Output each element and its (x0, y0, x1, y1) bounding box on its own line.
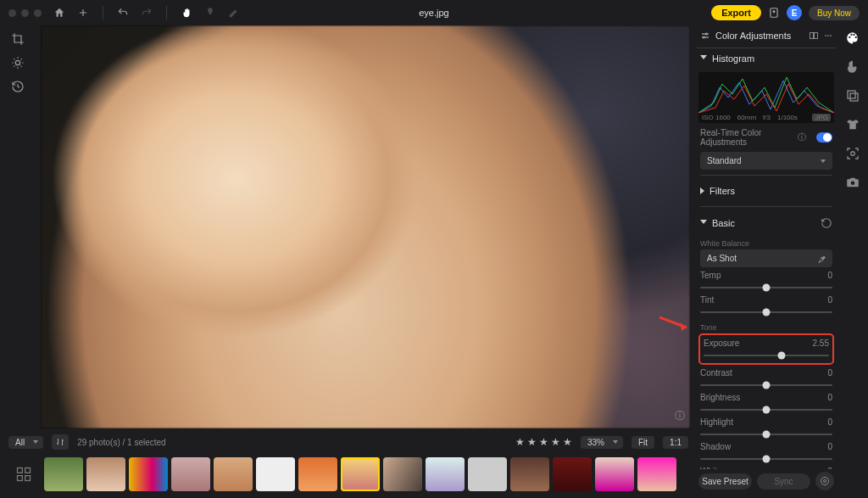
histogram-display: ISO 1600 60mm f/3 1/100s JPG (698, 72, 834, 123)
thumbnail[interactable] (468, 457, 507, 491)
filmstrip-controls: All 29 photo(s) / 1 selected ★★★★★ 33% F… (7, 432, 690, 452)
export-button[interactable]: Export (711, 5, 761, 20)
batch-icon[interactable] (768, 7, 780, 19)
slider-label: Contrast (700, 368, 732, 378)
help-icon[interactable]: ⓘ (798, 131, 806, 143)
rating-stars[interactable]: ★★★★★ (515, 436, 572, 448)
slider-label: Temp (700, 271, 721, 280)
iso-label: ISO 1600 (702, 114, 731, 121)
thumbnail[interactable] (298, 457, 337, 491)
thumbnail[interactable] (510, 457, 549, 491)
exposure-slider[interactable]: Exposure2.55 (704, 339, 829, 361)
svg-rect-5 (25, 476, 31, 481)
slider-value: 0 (827, 271, 832, 280)
top-bar: eye.jpg Export E Buy Now (0, 0, 868, 25)
save-preset-button[interactable]: Save Preset (698, 473, 752, 490)
histogram-label: Histogram (712, 53, 754, 64)
sun-adjust-icon[interactable] (11, 56, 25, 70)
buy-now-button[interactable]: Buy Now (809, 6, 860, 20)
compare-icon[interactable] (809, 31, 819, 41)
user-avatar[interactable]: E (787, 5, 802, 20)
sliders-icon (700, 31, 710, 41)
fit-button[interactable]: Fit (632, 436, 654, 449)
edit-icon[interactable] (228, 7, 240, 19)
reset-icon[interactable] (821, 217, 832, 229)
grid-view-icon[interactable] (7, 457, 41, 491)
thumbnail-selected[interactable] (341, 457, 380, 491)
crop-tool-icon[interactable] (11, 32, 25, 46)
highlight-slider[interactable]: Highlight0 (697, 416, 836, 440)
camera-icon[interactable] (845, 175, 860, 190)
star-icon[interactable]: ★ (515, 436, 525, 448)
filter-dropdown[interactable]: All (8, 436, 43, 449)
image-canvas[interactable]: ⓘ (41, 25, 690, 428)
add-icon[interactable] (77, 7, 89, 19)
realtime-toggle[interactable] (816, 132, 832, 143)
info-icon[interactable]: ⓘ (675, 409, 685, 423)
thumbnail[interactable] (129, 457, 168, 491)
filters-header[interactable]: Filters (697, 181, 836, 201)
traffic-dot (8, 9, 16, 17)
slider-label: Shadow (700, 442, 731, 451)
focus-icon[interactable] (845, 146, 860, 161)
top-tool-group (53, 6, 240, 20)
eyedropper-icon[interactable] (815, 249, 827, 267)
finger-icon[interactable] (845, 59, 860, 75)
svg-point-18 (851, 182, 855, 186)
traffic-dot (34, 9, 42, 17)
thumbnail[interactable] (383, 457, 422, 491)
contrast-slider[interactable]: Contrast0 (697, 367, 836, 391)
fstop-label: f/3 (763, 114, 771, 121)
basic-header[interactable]: Basic (697, 212, 836, 234)
tshirt-icon[interactable] (845, 117, 860, 132)
thumbnail[interactable] (44, 457, 83, 491)
redo-icon[interactable] (141, 7, 153, 19)
thumbnail[interactable] (171, 457, 210, 491)
svg-rect-2 (18, 468, 23, 473)
hand-tool-icon[interactable] (181, 7, 192, 19)
history-icon[interactable] (11, 80, 25, 93)
brightness-slider[interactable]: Brightness0 (697, 391, 836, 416)
slider-value: 2.55 (813, 339, 829, 348)
thumbnail[interactable] (595, 457, 634, 491)
temp-slider[interactable]: Temp0 (697, 269, 836, 294)
pin-icon[interactable] (204, 7, 216, 19)
preset-select[interactable]: Standard (700, 152, 832, 170)
thumbnail[interactable] (214, 457, 253, 491)
thumbnail[interactable] (553, 457, 592, 491)
more-icon[interactable] (824, 31, 832, 40)
realtime-label: Real-Time Color Adjustments (700, 128, 793, 147)
separator (103, 6, 103, 20)
zoom-dropdown[interactable]: 33% (581, 436, 623, 449)
star-icon[interactable]: ★ (551, 436, 560, 448)
slider-label: Exposure (704, 339, 739, 348)
sort-button[interactable] (52, 434, 69, 450)
sync-button[interactable]: Sync (757, 473, 810, 490)
thumbnail[interactable] (426, 457, 465, 491)
home-icon[interactable] (53, 7, 65, 19)
tint-slider[interactable]: Tint0 (697, 294, 836, 318)
star-icon[interactable]: ★ (539, 436, 548, 448)
layers-icon[interactable] (845, 88, 860, 104)
basic-label: Basic (712, 218, 735, 228)
histogram-header[interactable]: Histogram (697, 48, 836, 69)
shadow-slider[interactable]: Shadow0 (697, 440, 836, 465)
star-icon[interactable]: ★ (563, 436, 572, 448)
palette-icon[interactable] (845, 31, 860, 46)
white-balance-select[interactable]: As Shot (700, 249, 832, 267)
divider (700, 175, 832, 176)
svg-point-14 (821, 478, 829, 485)
photo-count-label: 29 photo(s) / 1 selected (77, 438, 166, 447)
thumbnail[interactable] (637, 457, 676, 491)
left-toolbar (7, 32, 29, 93)
preset-more-icon[interactable] (815, 472, 834, 490)
svg-point-7 (704, 36, 705, 38)
one-to-one-button[interactable]: 1:1 (663, 436, 688, 449)
chevron-right-icon (700, 187, 704, 194)
thumbnail[interactable] (86, 457, 125, 491)
svg-point-11 (827, 35, 828, 36)
undo-icon[interactable] (117, 7, 129, 19)
thumbnail[interactable] (256, 457, 295, 491)
top-right-group: Export E Buy Now (711, 0, 860, 25)
star-icon[interactable]: ★ (527, 436, 537, 448)
